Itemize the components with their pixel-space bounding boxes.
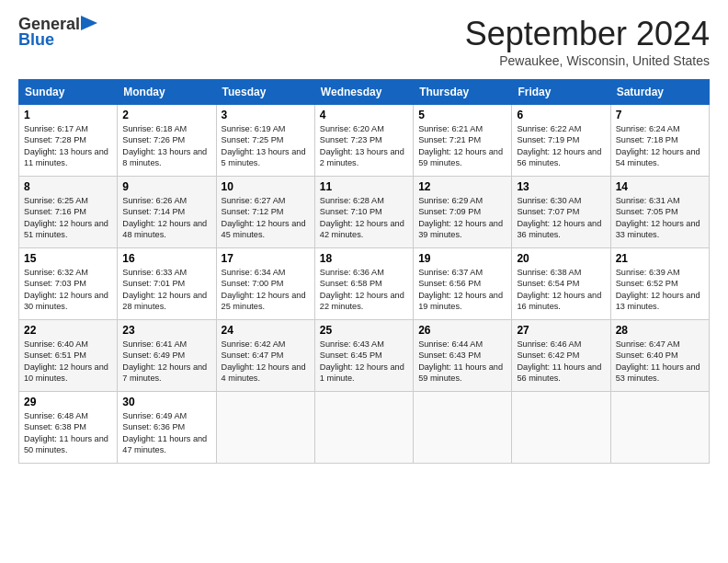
svg-marker-0 [81,16,97,30]
day-info: Sunrise: 6:30 AMSunset: 7:07 PMDaylight:… [517,195,605,241]
day-info: Sunrise: 6:40 AMSunset: 6:51 PMDaylight:… [24,339,112,385]
month-title: September 2024 [465,15,710,53]
day-number: 4 [320,109,408,121]
day-number: 6 [517,109,605,121]
day-info: Sunrise: 6:31 AMSunset: 7:05 PMDaylight:… [616,195,704,241]
logo-flag-icon [81,16,97,34]
day-info: Sunrise: 6:38 AMSunset: 6:54 PMDaylight:… [517,267,605,313]
day-number: 30 [122,396,210,408]
day-number: 17 [222,252,310,265]
day-info: Sunrise: 6:25 AMSunset: 7:16 PMDaylight:… [24,195,112,241]
calendar-cell: 3Sunrise: 6:19 AMSunset: 7:25 PMDaylight… [216,105,314,177]
day-info: Sunrise: 6:17 AMSunset: 7:28 PMDaylight:… [24,123,112,169]
day-info: Sunrise: 6:44 AMSunset: 6:43 PMDaylight:… [418,339,506,385]
day-number: 15 [24,252,112,265]
col-header-wednesday: Wednesday [314,80,413,105]
calendar-cell: 5Sunrise: 6:21 AMSunset: 7:21 PMDaylight… [414,105,512,177]
day-number: 27 [517,324,605,337]
calendar-cell: 1Sunrise: 6:17 AMSunset: 7:28 PMDaylight… [19,105,118,177]
calendar-cell: 28Sunrise: 6:47 AMSunset: 6:40 PMDayligh… [610,320,709,392]
logo-blue-text: Blue [18,30,54,50]
calendar-cell: 21Sunrise: 6:39 AMSunset: 6:52 PMDayligh… [610,248,709,320]
col-header-thursday: Thursday [414,80,512,105]
day-number: 11 [320,180,408,193]
day-info: Sunrise: 6:46 AMSunset: 6:42 PMDaylight:… [517,339,605,385]
calendar-table: SundayMondayTuesdayWednesdayThursdayFrid… [18,79,710,464]
week-row-1: 1Sunrise: 6:17 AMSunset: 7:28 PMDaylight… [19,105,710,177]
day-info: Sunrise: 6:36 AMSunset: 6:58 PMDaylight:… [320,267,408,313]
day-number: 20 [517,252,605,265]
day-info: Sunrise: 6:19 AMSunset: 7:25 PMDaylight:… [222,123,310,169]
day-number: 29 [24,396,112,408]
day-number: 5 [418,109,506,121]
day-number: 25 [320,324,408,337]
day-number: 16 [122,252,210,265]
calendar-cell: 29Sunrise: 6:48 AMSunset: 6:38 PMDayligh… [19,392,118,464]
calendar-cell: 25Sunrise: 6:43 AMSunset: 6:45 PMDayligh… [314,320,413,392]
day-number: 3 [222,109,310,121]
day-info: Sunrise: 6:37 AMSunset: 6:56 PMDaylight:… [418,267,506,313]
day-number: 10 [222,180,310,193]
day-info: Sunrise: 6:24 AMSunset: 7:18 PMDaylight:… [616,123,704,169]
calendar-cell: 26Sunrise: 6:44 AMSunset: 6:43 PMDayligh… [414,320,512,392]
calendar-cell: 20Sunrise: 6:38 AMSunset: 6:54 PMDayligh… [512,248,610,320]
day-number: 7 [616,109,704,121]
day-number: 8 [24,180,112,193]
day-info: Sunrise: 6:33 AMSunset: 7:01 PMDaylight:… [122,267,210,313]
col-header-monday: Monday [118,80,216,105]
calendar-cell: 24Sunrise: 6:42 AMSunset: 6:47 PMDayligh… [216,320,314,392]
week-row-2: 8Sunrise: 6:25 AMSunset: 7:16 PMDaylight… [19,177,710,248]
day-info: Sunrise: 6:39 AMSunset: 6:52 PMDaylight:… [616,267,704,313]
day-number: 1 [24,109,112,121]
week-row-3: 15Sunrise: 6:32 AMSunset: 7:03 PMDayligh… [19,248,710,320]
day-info: Sunrise: 6:26 AMSunset: 7:14 PMDaylight:… [122,195,210,241]
day-info: Sunrise: 6:20 AMSunset: 7:23 PMDaylight:… [320,123,408,169]
calendar-cell: 14Sunrise: 6:31 AMSunset: 7:05 PMDayligh… [610,177,709,248]
day-number: 14 [616,180,704,193]
calendar-cell: 4Sunrise: 6:20 AMSunset: 7:23 PMDaylight… [314,105,413,177]
day-info: Sunrise: 6:28 AMSunset: 7:10 PMDaylight:… [320,195,408,241]
calendar-cell [414,392,512,464]
col-header-friday: Friday [512,80,610,105]
day-info: Sunrise: 6:32 AMSunset: 7:03 PMDaylight:… [24,267,112,313]
day-number: 12 [418,180,506,193]
day-number: 23 [122,324,210,337]
week-row-4: 22Sunrise: 6:40 AMSunset: 6:51 PMDayligh… [19,320,710,392]
day-info: Sunrise: 6:22 AMSunset: 7:19 PMDaylight:… [517,123,605,169]
day-info: Sunrise: 6:42 AMSunset: 6:47 PMDaylight:… [222,339,310,385]
calendar-cell: 22Sunrise: 6:40 AMSunset: 6:51 PMDayligh… [19,320,118,392]
calendar-cell: 15Sunrise: 6:32 AMSunset: 7:03 PMDayligh… [19,248,118,320]
day-info: Sunrise: 6:29 AMSunset: 7:09 PMDaylight:… [418,195,506,241]
page: General Blue September 2024 Pewaukee, Wi… [0,0,728,473]
calendar-cell [512,392,610,464]
calendar-cell: 13Sunrise: 6:30 AMSunset: 7:07 PMDayligh… [512,177,610,248]
day-info: Sunrise: 6:43 AMSunset: 6:45 PMDaylight:… [320,339,408,385]
col-header-tuesday: Tuesday [216,80,314,105]
day-number: 21 [616,252,704,265]
day-info: Sunrise: 6:27 AMSunset: 7:12 PMDaylight:… [222,195,310,241]
calendar-cell [314,392,413,464]
calendar-cell: 27Sunrise: 6:46 AMSunset: 6:42 PMDayligh… [512,320,610,392]
day-number: 26 [418,324,506,337]
day-number: 19 [418,252,506,265]
day-number: 13 [517,180,605,193]
calendar-cell: 18Sunrise: 6:36 AMSunset: 6:58 PMDayligh… [314,248,413,320]
day-number: 22 [24,324,112,337]
header: General Blue September 2024 Pewaukee, Wi… [18,15,710,68]
day-number: 2 [122,109,210,121]
day-number: 24 [222,324,310,337]
calendar-cell: 11Sunrise: 6:28 AMSunset: 7:10 PMDayligh… [314,177,413,248]
calendar-cell: 6Sunrise: 6:22 AMSunset: 7:19 PMDaylight… [512,105,610,177]
day-info: Sunrise: 6:49 AMSunset: 6:36 PMDaylight:… [122,410,210,456]
day-number: 28 [616,324,704,337]
day-info: Sunrise: 6:18 AMSunset: 7:26 PMDaylight:… [122,123,210,169]
day-info: Sunrise: 6:47 AMSunset: 6:40 PMDaylight:… [616,339,704,385]
day-info: Sunrise: 6:41 AMSunset: 6:49 PMDaylight:… [122,339,210,385]
calendar-cell: 19Sunrise: 6:37 AMSunset: 6:56 PMDayligh… [414,248,512,320]
calendar-cell [216,392,314,464]
calendar-cell: 12Sunrise: 6:29 AMSunset: 7:09 PMDayligh… [414,177,512,248]
location: Pewaukee, Wisconsin, United States [465,53,710,68]
calendar-cell: 23Sunrise: 6:41 AMSunset: 6:49 PMDayligh… [118,320,216,392]
calendar-cell: 9Sunrise: 6:26 AMSunset: 7:14 PMDaylight… [118,177,216,248]
day-info: Sunrise: 6:21 AMSunset: 7:21 PMDaylight:… [418,123,506,169]
